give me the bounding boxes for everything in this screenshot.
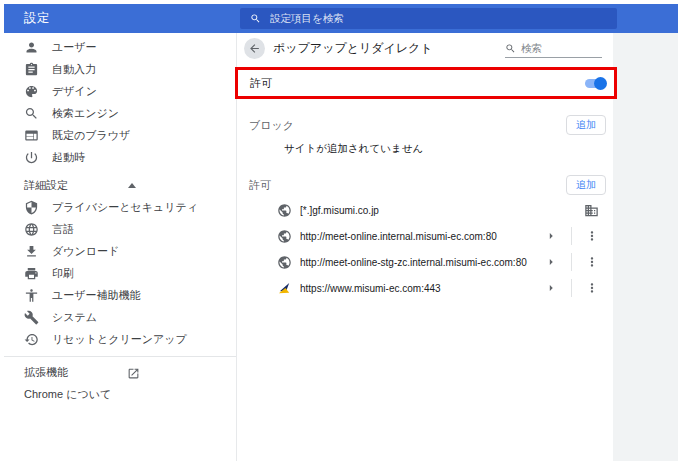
globe-favicon-icon (277, 203, 292, 218)
sidebar-item-label: ユーザー (52, 40, 97, 55)
extensions-label: 拡張機能 (24, 365, 68, 380)
block-section-header: ブロック 追加 (237, 113, 613, 137)
about-chrome-label: Chrome について (24, 387, 111, 402)
sidebar-item-search-engine[interactable]: 検索エンジン (4, 102, 236, 124)
allowed-sites-list: [*.]gf.misumi.co.jp http://meet-online.i… (237, 197, 613, 301)
sidebar-item-accessibility[interactable]: ユーザー補助機能 (4, 284, 236, 306)
row-divider (571, 227, 572, 245)
site-row[interactable]: http://meet-online-stg-zc.internal.misum… (237, 249, 613, 275)
sidebar-item-autofill[interactable]: 自動入力 (4, 58, 236, 80)
sidebar-item-default-browser[interactable]: 既定のブラウザ (4, 124, 236, 146)
sidebar-item-system[interactable]: システム (4, 306, 236, 328)
allow-toggle-switch[interactable] (585, 79, 605, 88)
sidebar-item-label: ダウンロード (52, 244, 119, 259)
sidebar-item-label: プライバシーとセキュリティ (52, 200, 198, 215)
block-empty-text: サイトが追加されていません (237, 137, 613, 161)
sidebar-item-privacy[interactable]: プライバシーとセキュリティ (4, 196, 236, 218)
row-divider (571, 253, 572, 271)
allow-section-label: 許可 (249, 178, 271, 193)
expand-arrow-icon[interactable] (544, 281, 558, 295)
back-button[interactable] (244, 38, 265, 59)
printer-icon (24, 266, 39, 281)
more-options-icon[interactable] (585, 281, 599, 295)
allow-section-header: 許可 追加 (237, 173, 613, 197)
open-in-new-icon (127, 366, 140, 379)
globe-favicon-icon (277, 255, 292, 270)
allow-add-button[interactable]: 追加 (566, 175, 606, 195)
page-subheader: ポップアップとリダイレクト 検索 (237, 33, 613, 63)
toggle-knob (594, 77, 607, 90)
block-add-button[interactable]: 追加 (566, 115, 606, 135)
globe-icon (24, 222, 39, 237)
sidebar-item-languages[interactable]: 言語 (4, 218, 236, 240)
search-icon (24, 106, 39, 121)
sidebar-item-label: ユーザー補助機能 (52, 288, 141, 303)
palette-icon (24, 84, 39, 99)
sidebar-item-reset[interactable]: リセットとクリーンアップ (4, 328, 236, 350)
sidebar-item-label: 既定のブラウザ (52, 128, 130, 143)
chevron-up-icon (128, 183, 136, 188)
arrow-back-icon (248, 42, 261, 55)
popups-redirects-card: ポップアップとリダイレクト 検索 許可 ブロック 追加 サイトが追 (237, 33, 613, 461)
globe-favicon-icon (277, 229, 292, 244)
sidebar-item-label: リセットとクリーンアップ (52, 332, 187, 347)
allow-toggle-label: 許可 (250, 76, 272, 91)
shield-icon (24, 200, 39, 215)
block-section-label: ブロック (249, 118, 294, 133)
sidebar-item-label: 言語 (52, 222, 74, 237)
site-row[interactable]: [*.]gf.misumi.co.jp (237, 197, 613, 223)
settings-search-placeholder: 設定項目を検索 (270, 12, 344, 26)
more-options-icon[interactable] (585, 255, 599, 269)
sidebar-item-label: 起動時 (52, 150, 85, 165)
sidebar-item-label: 印刷 (52, 266, 74, 281)
settings-search-input[interactable]: 設定項目を検索 (240, 8, 617, 29)
sidebar-divider (4, 356, 236, 357)
settings-toolbar: 設定 設定項目を検索 (4, 4, 678, 33)
sidebar-item-about-chrome[interactable]: Chrome について (4, 383, 236, 405)
browser-window-icon (24, 128, 39, 143)
misumi-favicon-icon (277, 281, 292, 296)
page-title: ポップアップとリダイレクト (273, 40, 433, 57)
wrench-icon (24, 310, 39, 325)
main-area: ポップアップとリダイレクト 検索 許可 ブロック 追加 サイトが追 (236, 33, 678, 461)
advanced-label: 詳細設定 (24, 178, 68, 193)
power-icon (24, 150, 39, 165)
sidebar-item-extensions[interactable]: 拡張機能 (4, 361, 236, 383)
settings-title: 設定 (4, 10, 236, 27)
sidebar-item-printing[interactable]: 印刷 (4, 262, 236, 284)
search-icon (250, 13, 261, 24)
history-icon (24, 332, 39, 347)
site-row[interactable]: http://meet-online.internal.misumi-ec.co… (237, 223, 613, 249)
more-options-icon[interactable] (585, 229, 599, 243)
managed-by-organization-icon (584, 203, 599, 218)
sidebar-item-label: 自動入力 (52, 62, 96, 77)
sidebar-item-on-startup[interactable]: 起動時 (4, 146, 236, 168)
allow-toggle-row-highlighted: 許可 (235, 67, 617, 99)
person-icon (24, 40, 39, 55)
page-search-input[interactable]: 検索 (505, 39, 602, 58)
sidebar-item-label: 検索エンジン (52, 106, 119, 121)
site-url: http://meet-online-stg-zc.internal.misum… (300, 257, 544, 268)
sidebar-item-label: デザイン (52, 84, 97, 99)
accessibility-icon (24, 288, 39, 303)
expand-arrow-icon[interactable] (544, 229, 558, 243)
sidebar-advanced-toggle[interactable]: 詳細設定 (4, 174, 236, 196)
sidebar-item-label: システム (52, 310, 97, 325)
settings-sidebar: ユーザー 自動入力 デザイン 検索エンジン 既定のブラウザ 起動時 (4, 33, 236, 461)
site-url: http://meet-online.internal.misumi-ec.co… (300, 231, 544, 242)
expand-arrow-icon[interactable] (544, 255, 558, 269)
chrome-settings-window: 設定 設定項目を検索 ユーザー 自動入力 デザイン 検索エンジン (4, 4, 678, 461)
site-row[interactable]: https://www.misumi-ec.com:443 (237, 275, 613, 301)
site-url: https://www.misumi-ec.com:443 (300, 283, 544, 294)
autofill-clipboard-icon (24, 62, 39, 77)
search-icon (505, 43, 516, 54)
sidebar-item-people[interactable]: ユーザー (4, 36, 236, 58)
sidebar-item-appearance[interactable]: デザイン (4, 80, 236, 102)
site-url: [*.]gf.misumi.co.jp (300, 205, 584, 216)
sidebar-item-downloads[interactable]: ダウンロード (4, 240, 236, 262)
download-icon (24, 244, 39, 259)
row-divider (571, 279, 572, 297)
page-search-label: 検索 (521, 43, 542, 54)
